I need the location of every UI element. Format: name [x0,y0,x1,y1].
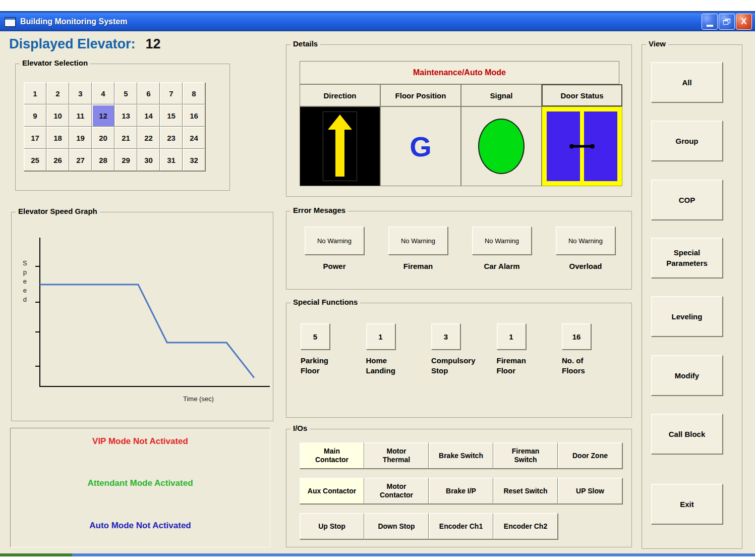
error-item-fireman: No WarningFireman [388,227,448,270]
label-no-of-floors: No. of Floors [562,356,618,376]
view-button-group[interactable]: Group [651,121,723,161]
elevator-button-12[interactable]: 12 [92,104,114,127]
y-axis-label: S p e e d [23,259,27,304]
restore-icon [723,19,730,25]
start-button-edge[interactable] [0,553,72,556]
restore-button[interactable] [719,14,735,30]
elevator-button-18[interactable]: 18 [46,127,69,149]
io-button-brake-i-p[interactable]: Brake I/P [429,478,493,504]
close-button[interactable]: X [736,14,752,30]
elevator-button-3[interactable]: 3 [69,82,92,104]
elevator-button-6[interactable]: 6 [137,82,160,104]
elevator-button-25[interactable]: 25 [24,149,46,171]
io-button-motor-thermal[interactable]: Motor Thermal [364,442,429,469]
io-button-down-stop[interactable]: Down Stop [364,513,429,539]
label-compulsory-stop: Compulsory Stop [431,356,488,376]
elevator-button-7[interactable]: 7 [160,82,183,104]
elevator-button-26[interactable]: 26 [46,149,69,171]
floor-position-value: G [410,130,432,163]
label-fireman-floor: Fireman Floor [497,356,553,376]
error-label-overload: Overload [556,262,615,270]
value-button-fireman-floor[interactable]: 1 [497,323,526,350]
elevator-button-22[interactable]: 22 [137,127,160,149]
io-button-door-zone[interactable]: Door Zone [558,442,622,469]
elevator-button-28[interactable]: 28 [92,149,114,171]
error-messages-title: Error Mesages [291,206,348,214]
close-icon: X [741,17,746,27]
view-button-leveling[interactable]: Leveling [651,296,723,337]
special-functions-group: Special Functions 5Parking Floor1Home La… [286,303,632,418]
warning-button-overload[interactable]: No Warning [556,227,615,255]
elevator-button-23[interactable]: 23 [160,127,183,149]
elevator-button-30[interactable]: 30 [137,149,160,171]
warning-button-fireman[interactable]: No Warning [388,227,448,255]
elevator-button-29[interactable]: 29 [114,149,137,171]
value-button-parking-floor[interactable]: 5 [301,323,330,350]
elevator-button-32[interactable]: 32 [183,149,205,171]
io-button-encoder-ch1[interactable]: Encoder Ch1 [429,513,493,539]
special-function-compulsory-stop: 3Compulsory Stop [431,323,488,376]
view-button-exit[interactable]: Exit [651,484,723,524]
io-button-up-slow[interactable]: UP Slow [558,478,622,504]
elevator-button-2[interactable]: 2 [46,82,69,104]
client-area: Displayed Elevator:12 Elevator Selection… [0,31,755,553]
details-title: Details [291,39,320,48]
warning-button-car-alarm[interactable]: No Warning [472,227,532,255]
io-button-aux-contactor[interactable]: Aux Contactor [300,478,364,504]
error-label-fireman: Fireman [388,262,448,270]
label-home-landing: Home Landing [366,356,423,376]
up-arrow-icon [323,111,357,181]
io-button-brake-switch[interactable]: Brake Switch [429,442,493,469]
vip-mode-status: VIP Mode Not Activated [11,436,270,446]
elevator-button-9[interactable]: 9 [24,104,46,127]
signal-lamp-icon [478,119,525,174]
elevator-button-27[interactable]: 27 [69,149,92,171]
value-button-no-of-floors[interactable]: 16 [562,323,591,350]
elevator-button-17[interactable]: 17 [24,127,46,149]
io-button-motor-contactor[interactable]: Motor Contactor [364,478,429,504]
view-button-cop[interactable]: COP [651,180,723,220]
minimize-icon [707,25,713,27]
screen: Building Monitoring System X Displayed E… [0,0,755,560]
taskbar-strip[interactable] [72,553,755,556]
elevator-button-8[interactable]: 8 [183,82,205,104]
elevator-button-13[interactable]: 13 [114,104,137,127]
elevator-button-10[interactable]: 10 [46,104,69,127]
elevator-selection-group: Elevator Selection 123456789101112131415… [15,64,230,191]
floor-position-indicator: G [380,106,461,186]
io-button-reset-switch[interactable]: Reset Switch [493,478,558,504]
ios-title: I/Os [291,424,310,432]
elevator-button-20[interactable]: 20 [92,127,114,149]
io-button-fireman-switch[interactable]: Fireman Switch [493,442,558,469]
value-button-home-landing[interactable]: 1 [366,323,395,350]
special-function-fireman-floor: 1Fireman Floor [497,323,553,376]
io-button-encoder-ch2[interactable]: Encoder Ch2 [493,513,558,539]
elevator-button-5[interactable]: 5 [114,82,137,104]
error-item-overload: No WarningOverload [556,227,615,270]
io-button-main-contactor[interactable]: Main Contactor [300,442,364,469]
view-button-special-parameters[interactable]: Special Parameters [651,238,723,278]
error-item-car-alarm: No WarningCar Alarm [472,227,532,270]
elevator-button-15[interactable]: 15 [160,104,183,127]
value-button-compulsory-stop[interactable]: 3 [431,323,460,350]
minimize-button[interactable] [702,14,718,30]
elevator-button-21[interactable]: 21 [114,127,137,149]
signal-indicator [461,106,542,186]
elevator-button-4[interactable]: 4 [92,82,114,104]
elevator-button-1[interactable]: 1 [24,82,46,104]
elevator-selection-title: Elevator Selection [20,59,90,67]
elevator-button-16[interactable]: 16 [183,104,205,127]
elevator-button-19[interactable]: 19 [69,127,92,149]
view-button-modify[interactable]: Modify [651,355,723,396]
view-button-call-block[interactable]: Call Block [651,414,723,454]
warning-button-power[interactable]: No Warning [305,227,364,255]
elevator-button-24[interactable]: 24 [183,127,205,149]
error-item-power: No WarningPower [305,227,364,270]
elevator-button-11[interactable]: 11 [69,104,92,127]
elevator-button-14[interactable]: 14 [137,104,160,127]
elevator-grid: 1234567891011121314151617181920212223242… [24,82,205,171]
elevator-button-31[interactable]: 31 [160,149,183,171]
view-button-all[interactable]: All [651,62,723,102]
io-button-up-stop[interactable]: Up Stop [300,513,364,539]
label-parking-floor: Parking Floor [301,356,357,376]
